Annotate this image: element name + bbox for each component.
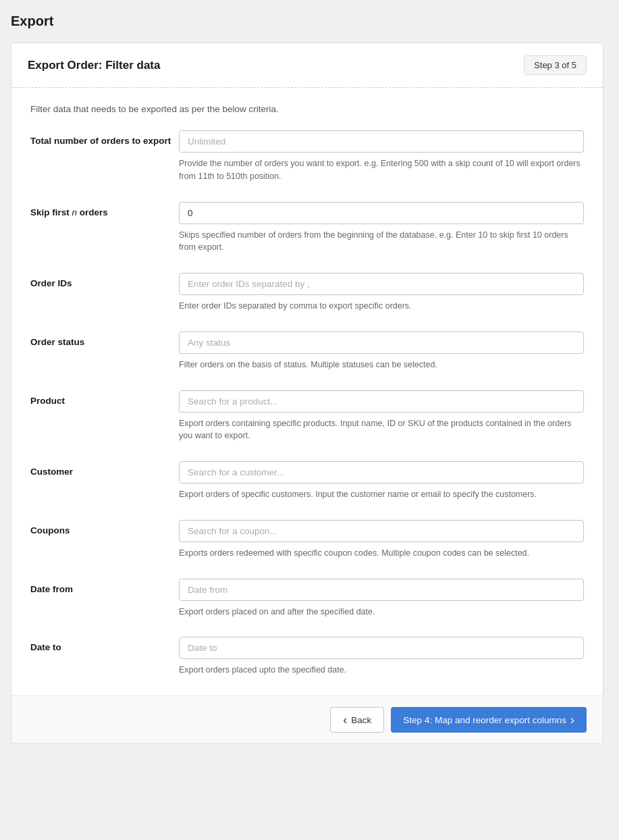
coupons-row: Coupons Exports orders redeemed with spe… [30, 520, 584, 560]
total-orders-hint: Provide the number of orders you want to… [179, 157, 584, 183]
card-title: Export Order: Filter data [28, 59, 160, 72]
customer-label: Customer [30, 461, 179, 477]
chevron-left-icon [343, 714, 347, 726]
order-status-input[interactable] [179, 332, 584, 354]
chevron-right-icon [570, 714, 574, 726]
order-ids-input[interactable] [179, 273, 584, 295]
order-status-hint: Filter orders on the basis of status. Mu… [179, 359, 584, 371]
customer-input[interactable] [179, 461, 584, 483]
total-orders-row: Total number of orders to export Provide… [30, 130, 584, 183]
order-ids-label: Order IDs [30, 273, 179, 288]
next-button-label: Step 4: Map and reorder export columns [403, 715, 566, 725]
coupons-hint: Exports orders redeemed with specific co… [179, 547, 584, 560]
total-orders-label: Total number of orders to export [30, 130, 179, 146]
date-to-control: Export orders placed upto the specified … [179, 637, 584, 677]
product-hint: Export orders containing specific produc… [179, 417, 584, 443]
back-button[interactable]: Back [330, 707, 384, 733]
skip-first-input[interactable] [179, 202, 584, 224]
order-status-control: Filter orders on the basis of status. Mu… [179, 332, 584, 371]
order-ids-control: Enter order IDs separated by comma to ex… [179, 273, 584, 313]
date-to-hint: Export orders placed upto the specified … [179, 664, 584, 677]
product-input[interactable] [179, 390, 584, 413]
product-label: Product [30, 390, 179, 406]
customer-row: Customer Export orders of specific custo… [30, 461, 584, 501]
order-ids-row: Order IDs Enter order IDs separated by c… [30, 273, 584, 313]
back-button-label: Back [351, 715, 371, 725]
export-card: Export Order: Filter data Step 3 of 5 Fi… [11, 43, 603, 744]
step-badge: Step 3 of 5 [524, 55, 587, 75]
date-from-label: Date from [30, 579, 179, 594]
product-control: Export orders containing specific produc… [179, 390, 584, 443]
total-orders-control: Provide the number of orders you want to… [179, 130, 584, 183]
customer-control: Export orders of specific customers. Inp… [179, 461, 584, 501]
coupons-control: Exports orders redeemed with specific co… [179, 520, 584, 560]
customer-hint: Export orders of specific customers. Inp… [179, 488, 584, 501]
date-from-row: Date from Export orders placed on and af… [30, 579, 584, 619]
skip-first-control: Skips specified number of orders from th… [179, 202, 584, 255]
date-from-hint: Export orders placed on and after the sp… [179, 606, 584, 619]
coupons-input[interactable] [179, 520, 584, 542]
order-ids-hint: Enter order IDs separated by comma to ex… [179, 300, 584, 313]
page-title: Export [11, 14, 608, 29]
order-status-label: Order status [30, 332, 179, 347]
next-button[interactable]: Step 4: Map and reorder export columns [391, 707, 587, 733]
filter-description: Filter data that needs to be exported as… [30, 104, 584, 114]
card-header: Export Order: Filter data Step 3 of 5 [11, 43, 603, 88]
coupons-label: Coupons [30, 520, 179, 535]
date-to-label: Date to [30, 637, 179, 652]
date-to-input[interactable] [179, 637, 584, 659]
date-from-control: Export orders placed on and after the sp… [179, 579, 584, 619]
skip-first-row: Skip first n orders Skips specified numb… [30, 202, 584, 255]
date-to-row: Date to Export orders placed upto the sp… [30, 637, 584, 677]
skip-first-hint: Skips specified number of orders from th… [179, 229, 584, 255]
product-row: Product Export orders containing specifi… [30, 390, 584, 443]
skip-first-label: Skip first n orders [30, 202, 179, 217]
total-orders-input[interactable] [179, 130, 584, 153]
date-from-input[interactable] [179, 579, 584, 601]
order-status-row: Order status Filter orders on the basis … [30, 332, 584, 371]
card-body: Filter data that needs to be exported as… [11, 88, 603, 695]
card-footer: Back Step 4: Map and reorder export colu… [11, 695, 603, 743]
